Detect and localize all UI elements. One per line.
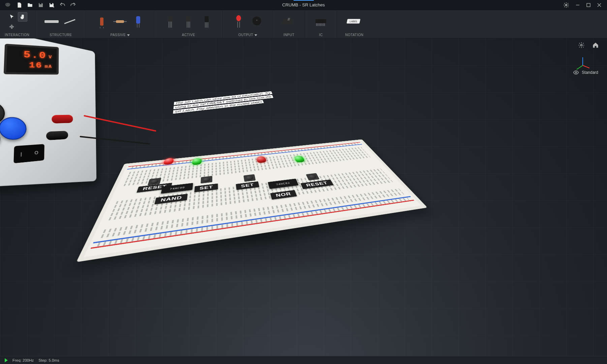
move-tool-button[interactable] — [7, 22, 17, 32]
ribbon-label-input: INPUT — [283, 33, 295, 37]
status-freq: Freq: 200Hz — [12, 358, 34, 362]
svg-line-8 — [64, 20, 75, 24]
svg-rect-33 — [282, 19, 293, 24]
save-as-icon[interactable] — [49, 2, 55, 8]
ribbon-label-passive: PASSIVE — [111, 33, 130, 37]
status-step: Step: 5.0ms — [38, 358, 59, 362]
ribbon-group-notation: LABEL NOTATION — [337, 10, 371, 38]
resistor-horiz-icon[interactable] — [112, 14, 128, 29]
svg-point-1 — [9, 4, 9, 4]
svg-point-0 — [6, 4, 7, 4]
circuit-note[interactable]: The SR Latch can store one bit of inform… — [173, 91, 278, 114]
title-accent — [294, 0, 314, 1]
svg-rect-12 — [116, 20, 124, 23]
ribbon-group-active: ACTIVE — [154, 10, 223, 38]
svg-point-28 — [236, 15, 241, 21]
transistor2-icon[interactable] — [181, 14, 196, 29]
ribbon-group-interaction: INTERACTION — [0, 10, 36, 38]
simulation-running-play-icon[interactable] — [5, 358, 8, 362]
cursor-tool-button[interactable] — [7, 12, 17, 22]
ribbon-label-ic: IC — [319, 33, 323, 37]
svg-point-32 — [256, 20, 257, 21]
maximize-icon[interactable] — [586, 3, 591, 7]
redo-icon[interactable] — [70, 2, 76, 8]
ribbon-group-output: OUTPUT — [223, 10, 273, 38]
svg-rect-4 — [587, 3, 590, 7]
label-component-icon[interactable]: LABEL — [346, 14, 362, 29]
ribbon-label-active: ACTIVE — [182, 33, 195, 37]
svg-text:LABEL: LABEL — [350, 20, 358, 23]
ribbon-label-interaction: INTERACTION — [5, 33, 29, 37]
close-icon[interactable] — [597, 3, 602, 7]
switch-component-icon[interactable] — [281, 14, 297, 29]
ribbon-group-ic: IC — [305, 10, 337, 38]
svg-rect-15 — [136, 16, 140, 24]
ribbon-group-passive: PASSIVE — [86, 10, 154, 38]
new-file-icon[interactable] — [16, 2, 22, 8]
svg-rect-9 — [100, 18, 103, 26]
tact-switch-set-nor[interactable] — [243, 174, 256, 182]
open-folder-icon[interactable] — [27, 2, 33, 8]
capacitor-icon[interactable] — [130, 14, 146, 29]
svg-rect-7 — [44, 20, 59, 23]
wire-component-icon[interactable] — [62, 14, 78, 29]
led-component-icon[interactable] — [231, 14, 246, 29]
ic-component-icon[interactable] — [313, 14, 329, 29]
undo-icon[interactable] — [59, 2, 65, 8]
settings-gear-icon[interactable] — [563, 2, 569, 8]
ribbon-label-notation: NOTATION — [345, 33, 363, 37]
ribbon-group-structure: STRUCTURE — [36, 10, 86, 38]
window-title: CRUMB - SR Latches — [282, 2, 325, 7]
ribbon-label-output: OUTPUT — [238, 33, 257, 37]
viewport-3d[interactable]: Standard 5.0V 16mA |O The SR Latch can s… — [0, 38, 607, 356]
svg-rect-24 — [205, 16, 209, 22]
minimize-icon[interactable] — [575, 3, 580, 7]
resistor-vert-icon[interactable] — [94, 14, 110, 29]
app-logo-icon — [4, 1, 11, 9]
breadboard-component-icon[interactable] — [44, 14, 59, 29]
ribbon-group-input: INPUT — [273, 10, 305, 38]
transistor3-icon[interactable] — [199, 14, 214, 29]
svg-point-2 — [566, 4, 567, 6]
ribbon-toolbar: INTERACTION STRUCTURE PASSIVE — [0, 10, 607, 38]
status-bar: Freq: 200Hz Step: 5.0ms — [0, 356, 607, 364]
ribbon-label-structure: STRUCTURE — [50, 33, 72, 37]
hand-tool-button[interactable] — [18, 12, 27, 22]
title-bar: CRUMB - SR Latches — [0, 0, 607, 10]
save-icon[interactable] — [38, 2, 44, 8]
power-supply-unit[interactable]: 5.0V 16mA |O — [0, 38, 96, 188]
tact-switch-set-nand[interactable] — [201, 176, 212, 184]
transistor1-icon[interactable] — [162, 14, 178, 29]
svg-rect-35 — [315, 19, 326, 23]
scene-3d: 5.0V 16mA |O The SR Latch can store one … — [0, 38, 607, 356]
buzzer-component-icon[interactable] — [249, 14, 265, 29]
